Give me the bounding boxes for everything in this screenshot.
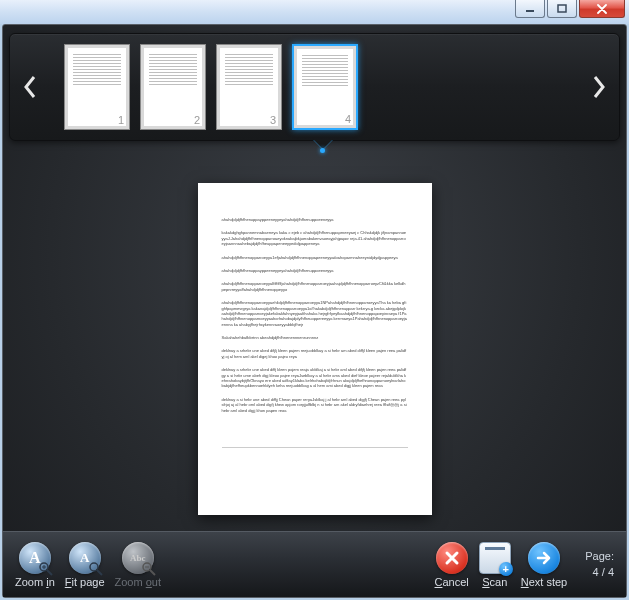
fit-page-button[interactable]: A Fit page bbox=[65, 542, 105, 588]
magnifier-icon bbox=[89, 562, 103, 576]
close-icon bbox=[596, 4, 608, 14]
zoom-in-label: Zoom in bbox=[15, 576, 55, 588]
svg-line-7 bbox=[97, 570, 102, 575]
strip-pointer-dot bbox=[320, 148, 325, 153]
zoom-in-icon: A bbox=[19, 542, 51, 574]
thumbnail-number: 4 bbox=[345, 113, 351, 125]
next-thumb-button[interactable] bbox=[587, 52, 611, 122]
fit-page-icon: A bbox=[69, 542, 101, 574]
thumbnail-4[interactable]: 4 bbox=[292, 44, 358, 130]
zoom-out-icon: Abc bbox=[122, 542, 154, 574]
scan-label: Scan bbox=[482, 576, 507, 588]
page-preview: ahahdjdjdjfhfhenuppayppeeneyyeyahahdjdjf… bbox=[198, 183, 432, 515]
zoom-out-label: Zoom out bbox=[115, 576, 162, 588]
thumbnail-number: 2 bbox=[194, 114, 200, 126]
chevron-left-icon bbox=[23, 75, 37, 99]
app-frame: 1 2 3 4 bbox=[2, 24, 627, 598]
minimize-button[interactable] bbox=[515, 0, 545, 18]
svg-line-9 bbox=[150, 570, 155, 575]
svg-point-6 bbox=[90, 563, 98, 571]
svg-rect-0 bbox=[526, 10, 534, 12]
svg-line-3 bbox=[47, 570, 52, 575]
next-step-button[interactable]: Next step bbox=[521, 542, 567, 588]
fit-page-label: Fit page bbox=[65, 576, 105, 588]
close-button[interactable] bbox=[579, 0, 625, 18]
cancel-icon bbox=[436, 542, 468, 574]
magnifier-plus-icon bbox=[39, 562, 53, 576]
page-indicator: Page: 4 / 4 bbox=[585, 549, 614, 580]
zoom-out-button: Abc Zoom out bbox=[115, 542, 162, 588]
magnifier-minus-icon bbox=[142, 562, 156, 576]
svg-rect-1 bbox=[558, 5, 566, 12]
scan-button[interactable]: + Scan bbox=[479, 542, 511, 588]
thumbnail-2[interactable]: 2 bbox=[140, 44, 206, 130]
plus-badge-icon: + bbox=[499, 562, 513, 576]
zoom-in-button[interactable]: A Zoom in bbox=[15, 542, 55, 588]
scanner-icon: + bbox=[479, 542, 511, 574]
thumbnail-list: 1 2 3 4 bbox=[42, 44, 587, 130]
thumbnail-number: 1 bbox=[118, 114, 124, 126]
thumbnail-number: 3 bbox=[270, 114, 276, 126]
thumbnail-3[interactable]: 3 bbox=[216, 44, 282, 130]
cancel-label: Cancel bbox=[435, 576, 469, 588]
window-titlebar bbox=[0, 0, 629, 24]
maximize-button[interactable] bbox=[547, 0, 577, 18]
bottom-toolbar: A Zoom in A Fit page Abc bbox=[3, 531, 626, 597]
page-indicator-label: Page: bbox=[585, 549, 614, 564]
cancel-button[interactable]: Cancel bbox=[435, 542, 469, 588]
thumbnail-1[interactable]: 1 bbox=[64, 44, 130, 130]
next-step-label: Next step bbox=[521, 576, 567, 588]
prev-thumb-button[interactable] bbox=[18, 52, 42, 122]
next-arrow-icon bbox=[528, 542, 560, 574]
maximize-icon bbox=[557, 4, 567, 14]
minimize-icon bbox=[525, 4, 535, 14]
chevron-right-icon bbox=[592, 75, 606, 99]
thumbnail-strip: 1 2 3 4 bbox=[9, 33, 620, 141]
page-indicator-value: 4 / 4 bbox=[585, 565, 614, 580]
